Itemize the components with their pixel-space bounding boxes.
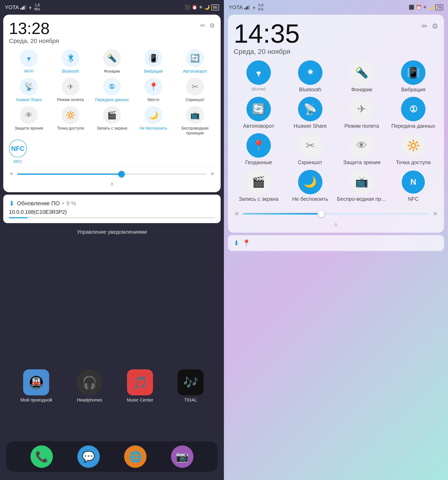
brightness-thumb-left[interactable] <box>118 171 125 177</box>
brightness-thumb-right[interactable] <box>317 210 325 217</box>
wifi-circle-left <box>20 49 38 67</box>
toggle-grid-row3-right: 📍 Геоданные ✂ Скриншот 👁 Защита зрения 🔆… <box>234 133 438 166</box>
toggle-data-left[interactable]: ① Передача данных <box>92 78 132 102</box>
toggle-vibration-right[interactable]: 📳 Вибрация <box>388 60 438 93</box>
toggle-eye-right[interactable]: 👁 Защита зрения <box>337 133 387 166</box>
toggle-grid-row2-right: 🔄 Автоповорот 📡 Huawei Share ✈ Режим пол… <box>234 97 438 129</box>
screenrec-circle-left: 🎬 <box>103 106 121 124</box>
wireless-circle-right: 📺 <box>350 170 374 194</box>
app-item-headphones[interactable]: 🎧 Headphones <box>76 369 102 403</box>
location-icon-right: 📍 <box>242 239 250 247</box>
toggle-screenshot-left[interactable]: ✂ Скриншот <box>175 78 215 102</box>
toggle-location-right[interactable]: 📍 Геоданные <box>234 133 284 166</box>
app-item-moiproezdnoy[interactable]: 🚇 Мой проездной <box>20 369 52 403</box>
toggle-flashlight-left[interactable]: 🔦 Фонарик <box>92 49 132 74</box>
brightness-track-left[interactable] <box>17 174 207 175</box>
toggle-huawei-share-right[interactable]: 📡 Huawei Share <box>285 97 335 129</box>
alarm-icon-left: ⏰ <box>192 5 197 10</box>
data-circle-right: ① <box>401 97 426 121</box>
app-label-tidal: TIDAL <box>184 397 197 403</box>
toggle-dnd-right[interactable]: 🌙 Не беспокоить <box>285 170 335 202</box>
toggle-location-left[interactable]: 📍 Место <box>133 78 173 102</box>
svg-rect-11 <box>247 6 248 10</box>
toggle-bluetooth-right[interactable]: ✴ Bluetooth <box>285 60 335 93</box>
toggle-wireless-right[interactable]: 📺 Беспро-водная пр… <box>337 170 387 202</box>
toggle-screenrec-right[interactable]: 🎬 Запись с экрана <box>234 170 284 202</box>
wifi-label-left: Wi-Fi <box>24 69 34 74</box>
svg-rect-12 <box>249 5 250 10</box>
toggle-airplane-left[interactable]: ✈ Режим полета <box>50 78 90 102</box>
screenrec-circle-right: 🎬 <box>247 170 271 194</box>
svg-rect-3 <box>25 5 26 10</box>
toggle-data-right[interactable]: ① Передача данных <box>388 97 438 129</box>
svg-point-4 <box>30 9 30 9</box>
settings-icon-left[interactable]: ⚙ <box>209 22 215 29</box>
toggle-flashlight-right[interactable]: 🔦 Фонарик <box>337 60 387 93</box>
toggle-hotspot-right[interactable]: 🔆 Точка доступа <box>388 133 438 166</box>
notif-header-left: ⬇ Обновление ПО • 9 % <box>9 199 215 207</box>
dock-phone-left[interactable]: 📞 <box>30 445 53 468</box>
collapse-arrow-right[interactable]: ∧ <box>234 220 438 229</box>
eye-label-right: Защита зрения <box>343 159 380 166</box>
wifi-svg-right <box>253 68 264 78</box>
app-icon-moiproezdnoy: 🚇 <box>23 369 49 395</box>
screenshot-label-right: Скриншот <box>298 159 323 166</box>
date-right: Среда, 20 ноября <box>234 48 300 56</box>
flashlight-label-left: Фонарик <box>104 69 120 74</box>
download-icon-left: ⬇ <box>9 199 14 207</box>
dock-sms-left[interactable]: 💬 <box>77 445 100 468</box>
app-item-music-center[interactable]: 🎵 Music Center <box>127 369 153 403</box>
app-icon-headphones: 🎧 <box>76 369 102 395</box>
app-label-music-center: Music Center <box>127 397 153 403</box>
toggle-bluetooth-left[interactable]: ✴ Bluetooth <box>50 49 90 74</box>
settings-icon-right[interactable]: ⚙ <box>432 22 438 30</box>
toggle-wifi-right[interactable]: blurred <box>234 60 284 93</box>
vibration-circle-right: 📳 <box>401 60 426 85</box>
toggle-nfc-left[interactable]: NFC NFC <box>9 140 27 164</box>
location-circle-left: 📍 <box>145 78 162 96</box>
toggle-screenshot-right[interactable]: ✂ Скриншот <box>285 133 335 166</box>
autorotate-label-left: Автоповорот <box>183 69 207 74</box>
toggle-nfc-right[interactable]: N NFC <box>388 170 438 202</box>
flashlight-circle-right: 🔦 <box>350 60 374 85</box>
hotspot-label-right: Точка доступа <box>396 159 431 166</box>
brightness-high-icon-right: ☀ <box>432 210 438 218</box>
time-right: 14:35 <box>234 20 300 47</box>
signal-bars-left <box>21 5 26 10</box>
moon-icon-right: 🌙 <box>428 5 434 10</box>
toggle-grid-row1-right: blurred ✴ Bluetooth 🔦 Фонарик 📳 Вибрация <box>234 60 438 93</box>
toggle-huawei-share-left[interactable]: 📡 Huawei Share <box>9 78 49 102</box>
edit-icon-left[interactable]: ✏ <box>200 22 205 29</box>
collapse-arrow-left[interactable]: ∧ <box>9 180 215 188</box>
nfc-label-right: NFC <box>408 196 419 202</box>
edit-icon-right[interactable]: ✏ <box>422 22 428 30</box>
carrier-name-right: YOTA <box>229 4 243 11</box>
dock-browser-left[interactable]: 🌐 <box>124 445 146 468</box>
dock-camera-left[interactable]: 📷 <box>171 445 193 468</box>
toggle-eye-left[interactable]: 👁 Защита зрения <box>9 106 49 135</box>
toggle-autorotate-left[interactable]: 🔄 Автоповорот <box>175 49 215 74</box>
toggle-hotspot-left[interactable]: 🔆 Точка доступа <box>50 106 90 135</box>
wireless-label-left: Беспроводная проекция <box>175 126 215 135</box>
toggle-dnd-left[interactable]: 🌙 Не беспокоить <box>133 106 173 135</box>
toggle-autorotate-right[interactable]: 🔄 Автоповорот <box>234 97 284 129</box>
toggle-airplane-right[interactable]: ✈ Режим полета <box>337 97 387 129</box>
bt-icon-right: ✳ <box>423 5 427 10</box>
brightness-low-icon-left: ☀ <box>9 171 14 177</box>
wifi-svg-left <box>25 55 33 62</box>
dnd-label-left: Не беспокоить <box>140 126 167 131</box>
battery-right: 78 <box>435 5 443 10</box>
time-date-left: 13:28 Среда, 20 ноября <box>9 20 59 44</box>
carrier-name-left: YOTA <box>5 4 19 11</box>
app-item-tidal[interactable]: 🎶 TIDAL <box>178 369 204 403</box>
toggle-vibration-left[interactable]: 📳 Вибрация <box>133 49 173 74</box>
toggle-wifi-left[interactable]: Wi-Fi <box>9 49 49 74</box>
huawei-share-circle-right: 📡 <box>298 97 323 121</box>
toggle-wireless-left[interactable]: 📺 Беспроводная проекция <box>175 106 215 135</box>
eye-circle-left: 👁 <box>20 106 38 124</box>
brightness-track-right[interactable] <box>243 213 429 215</box>
manage-notif-left[interactable]: Управление уведомлениями <box>0 226 224 238</box>
data-circle-left: ① <box>103 78 121 96</box>
toggle-screenrec-left[interactable]: 🎬 Запись с экрана <box>92 106 132 135</box>
notif-progress-fill-left <box>9 217 28 218</box>
